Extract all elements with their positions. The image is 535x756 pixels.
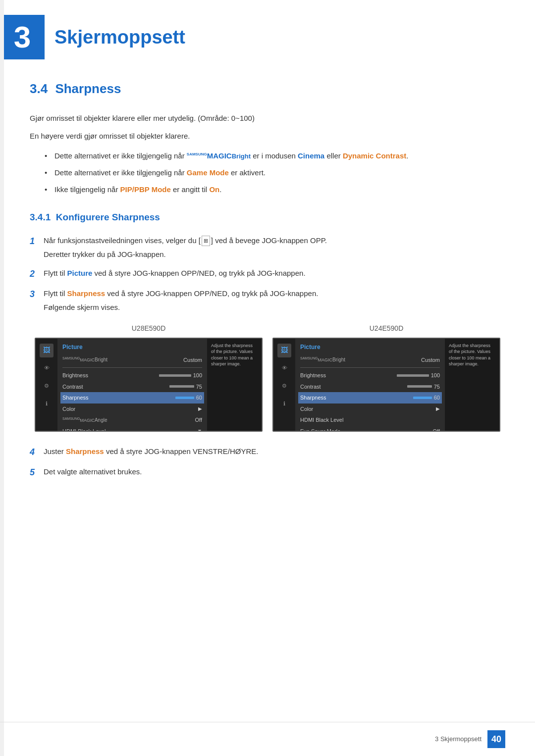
body-text-2: En høyere verdi gjør omrisset til objekt… — [30, 130, 505, 142]
body-text-1: Gjør omrisset til objekter klarere eller… — [30, 112, 505, 124]
subsection-title: Konfigurere Sharpness — [56, 212, 160, 222]
list-item: Dette alternativet er ikke tilgjengelig … — [45, 167, 505, 179]
sharpness-value: 60 — [196, 394, 202, 402]
sharpness-bar-container-u24: 60 — [413, 394, 440, 402]
contrast-row-u24: Contrast 75 — [300, 381, 440, 393]
sharpness-name-u24: Sharpness — [300, 394, 326, 402]
subsection-heading: 3.4.1 Konfigurere Sharpness — [30, 210, 505, 225]
step-sub-1: Deretter trykker du på JOG-knappen. — [44, 249, 505, 260]
page-number-box: 40 — [487, 730, 505, 748]
magic-angle-name: SAMSUNGMAGICAngle — [62, 416, 107, 424]
sidebar-icon-eye-u24: 👁 — [277, 361, 291, 375]
brightness-row-u24: Brightness 100 — [300, 370, 440, 381]
sharpness-value-u24: 60 — [434, 394, 440, 402]
step-sub-3: Følgende skjerm vises. — [44, 302, 505, 313]
monitor-label-u28: U28E590D — [35, 323, 263, 334]
section-heading: 3.4 Sharpness — [30, 79, 505, 99]
menu-divider-u24 — [300, 367, 440, 368]
magic-bright-name-u24: SAMSUNGMAGICBright — [300, 356, 345, 364]
contrast-name-u24: Contrast — [300, 383, 321, 391]
section-number: 3.4 — [30, 81, 48, 96]
step-4: 4 Juster Sharpness ved å styre JOG-knapp… — [30, 446, 505, 459]
monitor-sidebar-u24: 🖼 👁 ⚙ ℹ — [273, 339, 295, 431]
sidebar-icon-settings: ⚙ — [40, 379, 54, 393]
sharpness-highlight: Sharpness — [67, 289, 106, 298]
step-number-3: 3 — [30, 288, 44, 301]
monitor-menu-u24: Picture SAMSUNGMAGICBright Custom Bright… — [295, 339, 445, 431]
sidebar-icon-eye: 👁 — [40, 361, 54, 375]
eye-saver-name: Eye Saver Mode — [300, 427, 340, 432]
hdmi-name-u24: HDMI Black Level — [300, 416, 343, 424]
contrast-row: Contrast 75 — [62, 381, 202, 393]
sharpness-row-highlighted: Sharpness 60 — [60, 392, 204, 403]
sharpness-bar-u24 — [413, 397, 432, 399]
on-highlight: On — [209, 185, 219, 194]
info-text-u24: Adjust the sharpness of the picture. Val… — [449, 343, 495, 367]
monitor-wrapper-u28: 🖼 👁 ⚙ ℹ Picture — [35, 338, 263, 432]
magic-bright-value: Custom — [183, 356, 202, 364]
monitor-info-u24: Adjust the sharpness of the picture. Val… — [445, 339, 499, 431]
hdmi-row-u24: HDMI Black Level — [300, 414, 440, 426]
page-footer: 3 Skjermoppsett 40 — [0, 722, 535, 756]
brightness-row: Brightness 100 — [62, 370, 202, 381]
step-content-2: Flytt til Picture ved å styre JOG-knappe… — [44, 267, 505, 279]
step-content-4: Juster Sharpness ved å styre JOG-knappen… — [44, 446, 505, 457]
step-1: 1 Når funksjonstastveiledningen vises, v… — [30, 235, 505, 260]
menu-header-u24: Picture — [300, 343, 440, 352]
color-name-u24: Color — [300, 405, 313, 413]
list-item: Ikke tilgjengelig når PIP/PBP Mode er an… — [45, 184, 505, 196]
sidebar-icon-info-u24: ℹ — [277, 397, 291, 411]
contrast-bar-container: 75 — [169, 383, 202, 391]
page-number: 40 — [491, 733, 501, 746]
bullet-list: Dette alternativet er ikke tilgjengelig … — [45, 150, 505, 196]
subsection-number: 3.4.1 — [30, 212, 51, 222]
contrast-name: Contrast — [62, 383, 83, 391]
brightness-bar — [159, 374, 191, 377]
contrast-bar-container-u24: 75 — [407, 383, 440, 391]
brightness-name: Brightness — [62, 371, 88, 380]
step-content-1: Når funksjonstastveiledningen vises, vel… — [44, 235, 505, 260]
color-name: Color — [62, 405, 75, 413]
sharpness-bar-container: 60 — [175, 394, 202, 402]
sidebar-icon-settings-u24: ⚙ — [277, 379, 291, 393]
step-number-2: 2 — [30, 267, 44, 281]
hdmi-row: HDMI Black Level ▼ — [62, 426, 202, 432]
step-content-3: Flytt til Sharpness ved å styre JOG-knap… — [44, 288, 505, 313]
section-title: Sharpness — [55, 81, 121, 96]
step-number-1: 1 — [30, 235, 44, 248]
sidebar-icon-info: ℹ — [40, 397, 54, 411]
color-row: Color ▶ — [62, 403, 202, 415]
monitor-sidebar-u28: 🖼 👁 ⚙ ℹ — [36, 339, 57, 431]
sharpness-bar — [175, 397, 194, 399]
brightness-name-u24: Brightness — [300, 371, 326, 380]
hdmi-name: HDMI Black Level — [62, 427, 106, 432]
magic-bright-row: SAMSUNGMAGICBright Custom — [62, 354, 202, 366]
footer-text: 3 Skjermoppsett — [435, 734, 482, 744]
step-number-4: 4 — [30, 446, 44, 459]
contrast-bar — [169, 385, 194, 388]
monitor-screen-u28: 🖼 👁 ⚙ ℹ Picture — [35, 338, 263, 432]
color-arrow-icon-u24: ▶ — [436, 405, 440, 412]
color-row-u24: Color ▶ — [300, 403, 440, 415]
magic-bright-value-u24: Custom — [421, 356, 440, 364]
steps-list-2: 4 Juster Sharpness ved å styre JOG-knapp… — [30, 446, 505, 479]
magic-bright-row-u24: SAMSUNGMAGICBright Custom — [300, 354, 440, 366]
hdmi-arrow-icon: ▼ — [197, 427, 202, 431]
step-2: 2 Flytt til Picture ved å styre JOG-knap… — [30, 267, 505, 281]
monitors-section: U28E590D 🖼 👁 ⚙ — [30, 323, 505, 432]
monitor-block-u24: U24E590D 🖼 👁 ⚙ — [272, 323, 500, 432]
sharpness-highlight-4: Sharpness — [66, 447, 104, 455]
sharpness-name: Sharpness — [62, 394, 89, 402]
menu-header-u28: Picture — [62, 343, 202, 352]
monitor-menu-u28: Picture SAMSUNGMAGICBright Custom Bright… — [57, 339, 207, 431]
monitor-wrapper-u24: 🖼 👁 ⚙ ℹ Picture — [272, 338, 500, 432]
dynamic-contrast-highlight: Dynamic Contrast — [343, 151, 406, 160]
step-5: 5 Det valgte alternativet brukes. — [30, 466, 505, 479]
step-number-5: 5 — [30, 466, 44, 479]
magic-angle-value: Off — [195, 416, 202, 424]
sidebar-icon-picture-u24: 🖼 — [277, 344, 291, 357]
pip-pbp-highlight: PIP/PBP Mode — [120, 185, 171, 194]
list-item: Dette alternativet er ikke tilgjengelig … — [45, 150, 505, 162]
left-margin-bar — [0, 0, 4, 756]
eye-saver-row: Eye Saver Mode Off — [300, 426, 440, 432]
